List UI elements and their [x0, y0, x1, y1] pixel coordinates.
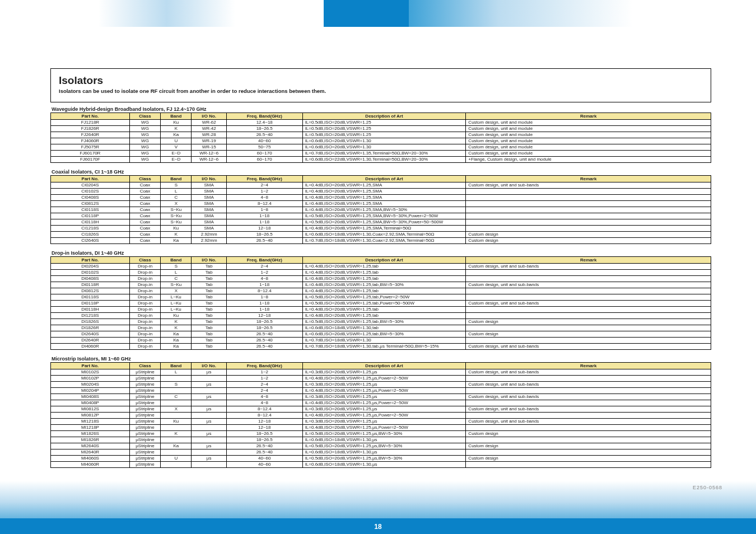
- cell: Custom design, unit and sub-bands: [466, 382, 711, 388]
- cell: DI0204S: [51, 264, 130, 270]
- cell: CI0204S: [51, 182, 130, 189]
- cell: IL=0.5dB,ISO=20dB,VSWR=1.25,μs,BW=5~30%: [302, 431, 466, 437]
- cell: Coax: [129, 189, 160, 195]
- cell: K: [161, 325, 192, 331]
- cell: 26.5~40: [226, 344, 302, 350]
- cell: Coax: [129, 201, 160, 207]
- cell: 8~12.4: [226, 201, 302, 207]
- cell: 60~170: [226, 151, 302, 157]
- table-row: MI4060RμStripline40~60IL=0.6dB,ISO=18dB,…: [51, 462, 711, 468]
- title-line-1: Isolators: [59, 74, 703, 87]
- cell: 8~12.4: [226, 406, 302, 413]
- cell: 12~18: [226, 425, 302, 431]
- cell: μStripline: [129, 388, 160, 394]
- cell: IL=0.4dB,ISO=20dB,VSWR=1.25,SMA: [302, 195, 466, 201]
- cell: Tab: [192, 338, 226, 344]
- cell: μStripline: [129, 406, 160, 413]
- cell: DI2640R: [51, 338, 130, 344]
- cell: L~Ku: [161, 301, 192, 307]
- table-header-row: Part No.ClassBandI/O No.Freq. Band(GHz)D…: [51, 363, 711, 369]
- cell: MI1826S: [51, 431, 130, 437]
- cell: IL=0.6dB,ISO=20dB,VSWR=1.25,tab,BW=5~30%: [302, 331, 466, 338]
- cell: WR-42: [192, 126, 226, 132]
- cell: [192, 388, 226, 394]
- table-row: DI2640SDrop-inKaTab26.5~40IL=0.6dB,ISO=2…: [51, 331, 711, 338]
- cell: 1~18: [226, 307, 302, 313]
- cell: Ka: [161, 344, 192, 350]
- cell: Coax: [129, 232, 160, 238]
- cell: IL=0.5dB,ISO=20dB,VSWR=1.25: [302, 126, 466, 132]
- cell: Custom design, unit and sub-bands: [466, 394, 711, 400]
- cell: Custom design, unit and sub-bands: [466, 344, 711, 350]
- cell: IL=0.4dB,ISO=20dB,VSWR=1.25,tab: [302, 276, 466, 282]
- cell: [192, 437, 226, 443]
- cell: Ka: [161, 238, 192, 244]
- cell: IL=0.6dB,ISO=20dB,VSWR=1.30: [302, 138, 466, 144]
- cell: [466, 338, 711, 344]
- cell: IL=0.3dB,ISO=20dB,VSWR=1.25,μs: [302, 369, 466, 376]
- table-row: DI1826SDrop-inKTab18~26.5IL=0.5dB,ISO=20…: [51, 319, 711, 325]
- cell: μs: [192, 443, 226, 449]
- cell: 2~4: [226, 388, 302, 394]
- cell: Coax: [129, 219, 160, 226]
- title-box: Isolators Isolators can be used to isola…: [50, 68, 711, 102]
- cell: Drop-in: [129, 270, 160, 276]
- cell: 8~12.4: [226, 413, 302, 419]
- cell: 26.5~40: [226, 238, 302, 244]
- cell: Drop-in: [129, 338, 160, 344]
- cell: Coax: [129, 195, 160, 201]
- table-row: FJ4060RWGUWR-1940~60IL=0.6dB,ISO=20dB,VS…: [51, 138, 711, 144]
- cell: IL=0.4dB,ISO=20dB,VSWR=1.25,tab: [302, 288, 466, 294]
- cell: μStripline: [129, 449, 160, 456]
- cell: 26.5~40: [226, 449, 302, 456]
- table-row: MI2640SμStriplineKaμs26.5~40IL=0.5dB,ISO…: [51, 443, 711, 449]
- table-row: CI0204SCoaxSSMA2~4IL=0.4dB,ISO=20dB,VSWR…: [51, 182, 711, 189]
- cell: S: [161, 182, 192, 189]
- cell: MI4060R: [51, 462, 130, 468]
- cell: 60~170: [226, 157, 302, 163]
- cell: μs: [192, 382, 226, 388]
- cell: 1~8: [226, 207, 302, 213]
- table-row: CI0118PCoaxS~KuSMA1~18IL=0.5dB,ISO=20dB,…: [51, 213, 711, 219]
- cell: IL=0.6dB,ISO=20dB,VSWR=1.30: [302, 144, 466, 151]
- cell: IL=0.4dB,ISO=20dB,VSWR=1.25,tab,BW=5~30%: [302, 282, 466, 288]
- cell: μs: [192, 394, 226, 400]
- cell: SMA: [192, 207, 226, 213]
- cell: [192, 376, 226, 382]
- cell: IL=0.5dB,ISO=20dB,VSWR=1.25,μs,BW=5~30%: [302, 443, 466, 449]
- cell: K: [161, 126, 192, 132]
- table-row: DI0118HDrop-inL~KuTab1~18IL=0.4dB,ISO=20…: [51, 307, 711, 313]
- table-row: DI0102SDrop-inLTab1~2IL=0.4dB,ISO=20dB,V…: [51, 270, 711, 276]
- cell: 2~4: [226, 382, 302, 388]
- cell: IL=0.4dB,ISO=20dB,VSWR=1.25,μs,Power=2~5…: [302, 413, 466, 419]
- cell: 40~60: [226, 138, 302, 144]
- cell: 4~8: [226, 400, 302, 406]
- table-row: MI0812SμStriplineXμs8~12.4IL=0.3dB,ISO=2…: [51, 406, 711, 413]
- cell: WR-28: [192, 132, 226, 138]
- table-row: FJ60170FWGE~DWR-12~660~170IL=0.6dB,ISO=2…: [51, 157, 711, 163]
- lot-number: E250-0568: [693, 485, 722, 490]
- column-header: Class: [129, 113, 160, 120]
- section-title: Microstrip Isolators, MI 1~60 GHz: [50, 355, 711, 362]
- cell: μStripline: [129, 419, 160, 425]
- cell: Custom design: [466, 443, 711, 449]
- cell: Tab: [192, 294, 226, 301]
- cell: [466, 226, 711, 232]
- section: Waveguide Hybrid-design Broadband Isolat…: [50, 106, 711, 163]
- cell: MI4060S: [51, 456, 130, 462]
- cell: S~Ku: [161, 219, 192, 226]
- cell: Ku: [161, 120, 192, 126]
- cell: 2~4: [226, 264, 302, 270]
- cell: 8~12.4: [226, 288, 302, 294]
- cell: CI0102S: [51, 189, 130, 195]
- cell: Ku: [161, 226, 192, 232]
- data-table: Part No.ClassBandI/O No.Freq. Band(GHz)D…: [50, 362, 711, 468]
- cell: X: [161, 406, 192, 413]
- cell: Tab: [192, 344, 226, 350]
- cell: L: [161, 270, 192, 276]
- cell: IL=0.5dB,ISO=20dB,VSWR=1.25,SMA,BW=5~30%…: [302, 213, 466, 219]
- cell: MI2640S: [51, 443, 130, 449]
- cell: Drop-in: [129, 282, 160, 288]
- cell: IL=0.6dB,ISO=18dB,VSWR=1.30,Coax=2.92,SM…: [302, 232, 466, 238]
- cell: 50~75: [226, 144, 302, 151]
